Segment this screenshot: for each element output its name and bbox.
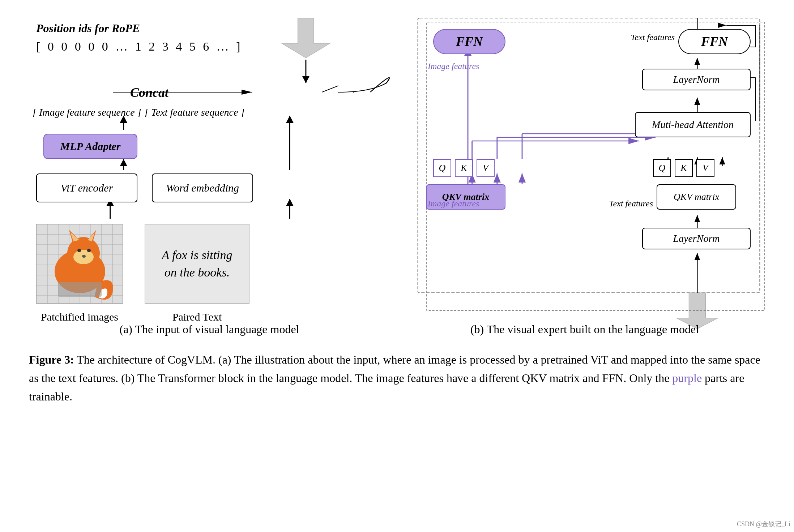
right-diagram: FFN FFN Text features LayerNorm Muti-hea…: [397, 14, 772, 340]
text-features-top-label: Text features: [631, 33, 675, 42]
ffn-purple-label: FFN: [456, 34, 483, 49]
caption-a: (a) The input of visual language model: [22, 323, 397, 336]
figure-caption: Figure 3: The architecture of CogVLM. (a…: [22, 351, 772, 406]
text-feat-seq-label: [ Text feature sequence ]: [145, 107, 244, 118]
ffn-white-box: FFN: [678, 29, 751, 54]
paired-text-box: A fox is sitting on the books.: [145, 224, 249, 304]
figure-caption-text: The architecture of CogVLM. (a) The illu…: [29, 353, 760, 385]
patchified-images-label: Patchified images: [29, 311, 130, 323]
diagrams-row: Position ids for RoPE [ 0 0 0 0 0 … 1 2 …: [22, 14, 772, 340]
vit-encoder-label: ViT encoder: [61, 182, 113, 194]
paired-text-label: Paired Text: [145, 311, 249, 323]
layernorm-bottom-box: LayerNorm: [642, 228, 751, 249]
figure-caption-purple: purple: [672, 372, 702, 385]
image-features-top-label: Image features: [428, 61, 479, 71]
svg-point-33: [87, 249, 91, 252]
concat-label: Concat: [130, 85, 168, 100]
svg-point-34: [82, 255, 86, 258]
mha-box: Muti-head Attention: [635, 112, 751, 137]
qkv-matrix-white-label: QKV matrix: [674, 192, 719, 202]
main-container: Position ids for RoPE [ 0 0 0 0 0 … 1 2 …: [22, 14, 772, 406]
mlp-adapter-box: MLP Adapter: [43, 134, 137, 159]
ffn-white-label: FFN: [701, 34, 728, 49]
fox-text: A fox is sitting on the books.: [162, 246, 232, 281]
qkv-q-left: Q: [433, 159, 451, 177]
mlp-adapter-label: MLP Adapter: [60, 140, 121, 153]
figure-caption-bold: Figure 3:: [29, 353, 74, 366]
fox-text-line2: on the books.: [165, 266, 230, 279]
image-features-bottom-label: Image features: [428, 199, 479, 209]
qkv-matrix-white-box: QKV matrix: [657, 184, 736, 210]
left-diagram: Position ids for RoPE [ 0 0 0 0 0 … 1 2 …: [22, 14, 397, 340]
qkv-k-left: K: [455, 159, 473, 177]
vit-encoder-box: ViT encoder: [36, 173, 137, 202]
fox-image-box: [36, 224, 123, 304]
qkv-v-right: V: [696, 159, 714, 177]
qkv-small-right: Q K V: [653, 159, 714, 177]
mha-label: Muti-head Attention: [652, 119, 734, 130]
image-feat-seq-label: [ Image feature sequence ]: [33, 107, 141, 118]
watermark: CSDN @金钗记_Li: [737, 520, 790, 528]
caption-b: (b) The visual expert built on the langu…: [397, 323, 772, 336]
text-features-bottom-label: Text features: [609, 199, 653, 209]
layernorm-bottom-label: LayerNorm: [673, 233, 720, 244]
svg-marker-0: [282, 18, 330, 58]
qkv-v-left: V: [477, 159, 495, 177]
qkv-q-right: Q: [653, 159, 671, 177]
ffn-purple-box: FFN: [433, 29, 505, 54]
layernorm-top-box: LayerNorm: [642, 69, 751, 90]
svg-point-32: [77, 249, 81, 252]
word-embedding-box: Word embedding: [152, 173, 253, 202]
rope-sequence: [ 0 0 0 0 0 … 1 2 3 4 5 6 … ]: [36, 40, 243, 53]
fox-image-inner: [36, 224, 123, 304]
qkv-k-right: K: [675, 159, 693, 177]
fox-text-line1: A fox is sitting: [162, 248, 232, 262]
rope-label: Position ids for RoPE: [36, 22, 140, 35]
word-embedding-label: Word embedding: [166, 182, 239, 194]
layernorm-top-label: LayerNorm: [673, 74, 720, 85]
qkv-small-left: Q K V: [433, 159, 495, 177]
svg-rect-35: [58, 282, 102, 297]
